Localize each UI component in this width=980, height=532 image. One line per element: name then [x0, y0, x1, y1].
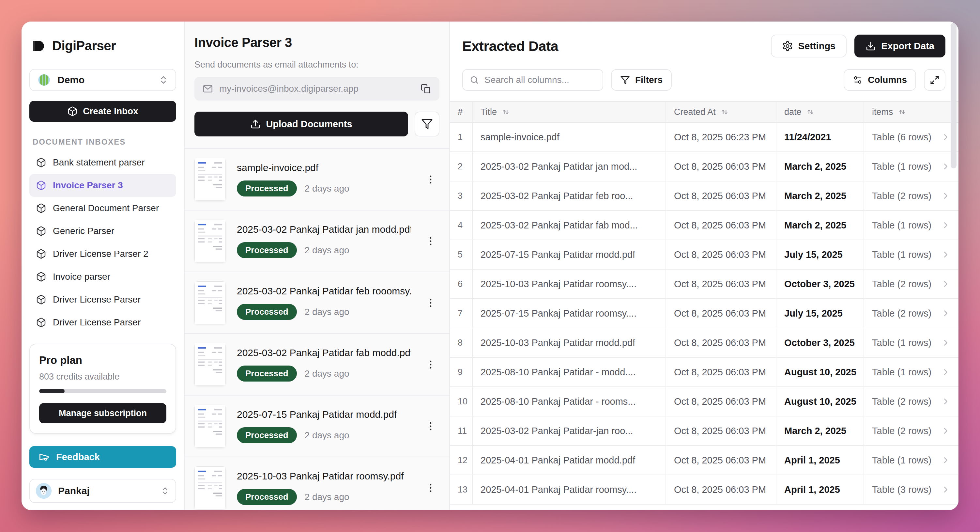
column-header-items[interactable]: items	[864, 102, 958, 122]
filters-button[interactable]: Filters	[611, 69, 672, 91]
chevron-right-icon[interactable]	[941, 132, 951, 142]
document-status-row: Processed 2 days ago	[237, 180, 411, 196]
table-toolbar: Filters Columns	[450, 57, 958, 101]
list-item-document[interactable]: 2025-03-02 Pankaj Patidar jan modd.pdf P…	[185, 210, 449, 272]
table-row[interactable]: 4 2025-03-02 Pankaj Patidar fab mod... O…	[450, 211, 958, 240]
expand-table-button[interactable]	[924, 69, 945, 91]
settings-button[interactable]: Settings	[771, 35, 846, 57]
chevron-right-icon[interactable]	[941, 220, 951, 230]
cell-date: October 3, 2025	[776, 328, 864, 357]
cell-items-value: Table (1 rows)	[872, 249, 931, 260]
table-row[interactable]: 8 2025-10-03 Pankaj Patidar modd.pdf Oct…	[450, 328, 958, 358]
status-badge: Processed	[237, 180, 297, 196]
list-item-document[interactable]: 2025-03-02 Pankaj Patidar feb rooomsy.pd…	[185, 272, 449, 334]
document-menu-button[interactable]	[422, 171, 439, 188]
list-item-document[interactable]: 2025-10-03 Pankaj Patidar roomsy.pdf Pro…	[185, 457, 449, 510]
cell-date: July 15, 2025	[776, 299, 864, 328]
table-row[interactable]: 5 2025-07-15 Pankaj Patidar modd.pdf Oct…	[450, 240, 958, 269]
sidebar-item-inbox[interactable]: Generic Parser	[29, 220, 176, 242]
cell-row-number: 11	[450, 416, 473, 445]
cell-created-at: Oct 8, 2025 06:03 PM	[666, 299, 776, 328]
table-row[interactable]: 10 2025-08-10 Pankaj Patidar - rooms... …	[450, 387, 958, 416]
table-row[interactable]: 3 2025-03-02 Pankaj Patidar feb roo... O…	[450, 182, 958, 211]
window-scrollbar-thumb[interactable]	[951, 23, 956, 169]
status-badge: Processed	[237, 427, 297, 443]
manage-subscription-button[interactable]: Manage subscription	[39, 403, 166, 423]
feedback-button[interactable]: Feedback	[29, 446, 176, 468]
chevron-right-icon[interactable]	[941, 191, 951, 201]
chevron-right-icon[interactable]	[941, 426, 951, 436]
document-menu-button[interactable]	[422, 417, 439, 435]
export-data-button[interactable]: Export Data	[854, 35, 945, 57]
document-menu-button[interactable]	[422, 356, 439, 373]
document-filter-button[interactable]	[415, 111, 439, 137]
cell-items: Table (1 rows)	[864, 446, 958, 475]
sidebar-item-label: Invoice parser	[53, 272, 110, 282]
table-row[interactable]: 12 2025-04-01 Pankaj Patidar modd.pdf Oc…	[450, 446, 958, 475]
table-row[interactable]: 7 2025-07-15 Pankaj Patidar roomsy.... O…	[450, 299, 958, 328]
cell-created-at: Oct 8, 2025 06:23 PM	[666, 123, 776, 151]
status-badge: Processed	[237, 366, 297, 382]
list-item-document[interactable]: sample-invoice.pdf Processed 2 days ago	[185, 149, 449, 210]
columns-button[interactable]: Columns	[844, 69, 916, 91]
chevron-right-icon[interactable]	[941, 308, 951, 318]
chevron-right-icon[interactable]	[941, 485, 951, 494]
sidebar-item-inbox[interactable]: General Document Parser	[29, 197, 176, 220]
column-header-created-at[interactable]: Created At	[666, 102, 776, 122]
create-inbox-button[interactable]: Create Inbox	[29, 101, 176, 122]
chevron-right-icon[interactable]	[941, 279, 951, 289]
list-item-document[interactable]: 2025-03-02 Pankaj Patidar fab modd.pdf P…	[185, 334, 449, 395]
chevron-right-icon[interactable]	[941, 397, 951, 406]
cell-items: Table (1 rows)	[864, 240, 958, 269]
sidebar-item-label: Invoice Parser 3	[53, 180, 123, 191]
table-row[interactable]: 1 sample-invoice.pdf Oct 8, 2025 06:23 P…	[450, 123, 958, 152]
sort-icon	[898, 108, 906, 116]
document-menu-button[interactable]	[422, 233, 439, 250]
list-item-document[interactable]: 2025-07-15 Pankaj Patidar modd.pdf Proce…	[185, 395, 449, 457]
inbox-panel: Invoice Parser 3 Send documents as email…	[185, 22, 450, 510]
status-badge: Processed	[237, 242, 297, 258]
cell-created-at: Oct 8, 2025 06:03 PM	[666, 387, 776, 416]
extracted-data-header: Extracted Data Settings Export Data	[450, 22, 958, 57]
chevron-right-icon[interactable]	[941, 367, 951, 377]
credits-progress	[39, 389, 166, 393]
sidebar-item-inbox[interactable]: Driver License Parser	[29, 311, 176, 334]
document-thumbnail	[194, 343, 226, 386]
cell-title: 2025-03-02 Pankaj Patidar-jan roo...	[473, 416, 666, 445]
table-row[interactable]: 6 2025-10-03 Pankaj Patidar roomsy.... O…	[450, 269, 958, 299]
cell-created-at: Oct 8, 2025 06:03 PM	[666, 152, 776, 181]
document-thumbnail	[194, 158, 226, 201]
sidebar-item-inbox[interactable]: Invoice parser	[29, 265, 176, 288]
user-menu[interactable]: Pankaj	[29, 479, 176, 503]
column-header-date[interactable]: date	[776, 102, 864, 122]
workspace-select[interactable]: Demo	[29, 69, 176, 91]
chevrons-up-down-icon	[159, 75, 168, 85]
sidebar-item-inbox[interactable]: Driver License Parser 2	[29, 242, 176, 265]
table-row[interactable]: 11 2025-03-02 Pankaj Patidar-jan roo... …	[450, 416, 958, 446]
sidebar-item-inbox[interactable]: Invoice Parser 3	[29, 174, 176, 197]
cell-row-number: 3	[450, 182, 473, 210]
cell-items-value: Table (6 rows)	[872, 132, 931, 143]
copy-email-button[interactable]	[420, 83, 432, 94]
chevron-right-icon[interactable]	[941, 338, 951, 347]
chevron-right-icon[interactable]	[941, 162, 951, 171]
page-title: Extracted Data	[462, 38, 558, 54]
table-row[interactable]: 9 2025-08-10 Pankaj Patidar - modd.... O…	[450, 358, 958, 387]
cell-row-number: 10	[450, 387, 473, 416]
document-menu-button[interactable]	[422, 479, 439, 497]
sidebar-item-inbox[interactable]: Driver License Parser	[29, 288, 176, 311]
table-row[interactable]: 2 2025-03-02 Pankaj Patidar jan mod... O…	[450, 152, 958, 182]
document-menu-button[interactable]	[422, 294, 439, 312]
create-inbox-label: Create Inbox	[83, 106, 138, 116]
column-header-title[interactable]: Title	[473, 102, 666, 122]
upload-documents-button[interactable]: Upload Documents	[194, 111, 408, 137]
search-input[interactable]	[484, 75, 602, 85]
cell-items-value: Table (3 rows)	[872, 484, 931, 495]
document-status-row: Processed 2 days ago	[237, 242, 411, 258]
table-row[interactable]: 13 2025-04-01 Pankaj Patidar roomsy.... …	[450, 475, 958, 505]
chevron-right-icon[interactable]	[941, 250, 951, 260]
cell-items-value: Table (2 rows)	[872, 425, 931, 436]
sidebar-item-inbox[interactable]: Bank statement parser	[29, 151, 176, 174]
document-name: sample-invoice.pdf	[237, 162, 411, 173]
chevron-right-icon[interactable]	[941, 455, 951, 465]
